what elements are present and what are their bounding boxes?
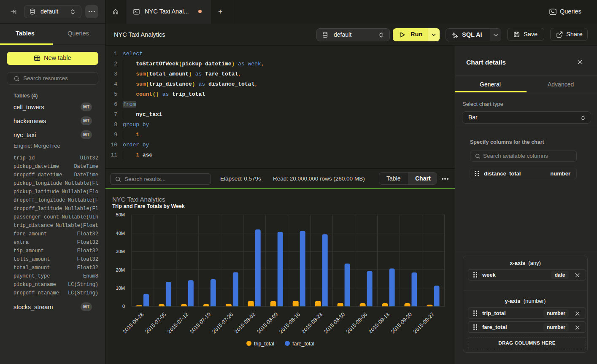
- svg-text:40M: 40M: [116, 231, 125, 236]
- svg-text:trip_total: trip_total: [254, 341, 274, 347]
- svg-text:2015-09-20: 2015-09-20: [390, 311, 413, 334]
- svg-text:2015-09-13: 2015-09-13: [367, 311, 391, 334]
- svg-text:fare_total: fare_total: [292, 341, 314, 347]
- svg-text:0: 0: [122, 304, 125, 309]
- svg-text:2015-07-19: 2015-07-19: [189, 311, 212, 334]
- svg-text:20M: 20M: [116, 267, 125, 272]
- svg-text:2015-08-16: 2015-08-16: [278, 311, 301, 334]
- svg-text:2015-07-05: 2015-07-05: [144, 311, 167, 334]
- svg-text:2015-08-02: 2015-08-02: [233, 311, 257, 334]
- svg-text:2015-08-09: 2015-08-09: [256, 311, 279, 334]
- svg-text:2015-08-23: 2015-08-23: [300, 311, 324, 334]
- svg-text:2015-07-26: 2015-07-26: [211, 311, 234, 334]
- svg-text:2015-08-30: 2015-08-30: [323, 311, 346, 334]
- svg-text:10M: 10M: [116, 286, 125, 291]
- svg-text:2015-09-27: 2015-09-27: [412, 311, 435, 334]
- svg-text:2015-09-06: 2015-09-06: [345, 311, 368, 334]
- svg-text:2015-07-12: 2015-07-12: [166, 311, 189, 334]
- svg-text:30M: 30M: [116, 249, 125, 254]
- svg-text:2015-06-28: 2015-06-28: [122, 311, 145, 334]
- svg-text:50M: 50M: [116, 212, 125, 217]
